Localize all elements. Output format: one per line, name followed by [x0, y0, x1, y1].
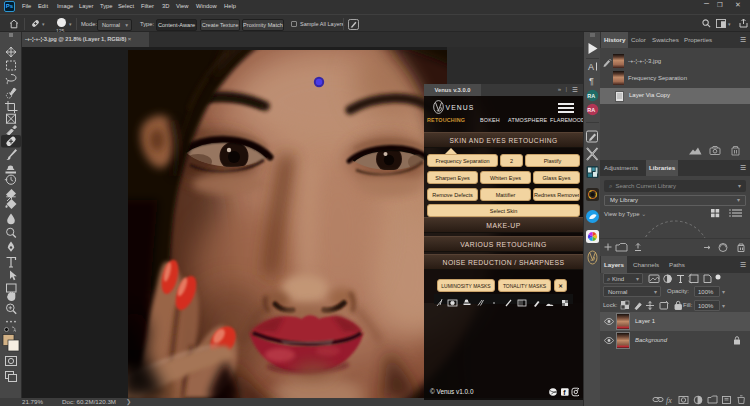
- svg-text:¶: ¶: [589, 76, 594, 86]
- svg-text:fx: fx: [666, 396, 672, 405]
- svg-text:VENUS: VENUS: [446, 104, 475, 111]
- svg-text:RA: RA: [587, 93, 595, 99]
- svg-text:A: A: [588, 62, 594, 72]
- svg-text:RA: RA: [587, 107, 595, 113]
